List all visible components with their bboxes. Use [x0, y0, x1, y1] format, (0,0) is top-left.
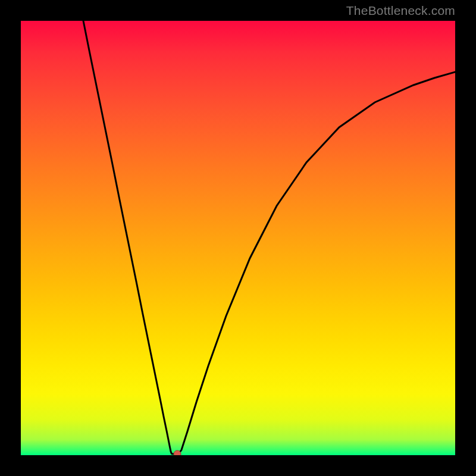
chart-frame: TheBottleneck.com [0, 0, 476, 476]
curve-left-branch [83, 21, 178, 454]
plot-area [21, 21, 455, 455]
watermark-label: TheBottleneck.com [346, 4, 455, 18]
curve-layer [21, 21, 455, 455]
minimum-marker [174, 450, 181, 455]
curve-right-branch [178, 72, 455, 454]
